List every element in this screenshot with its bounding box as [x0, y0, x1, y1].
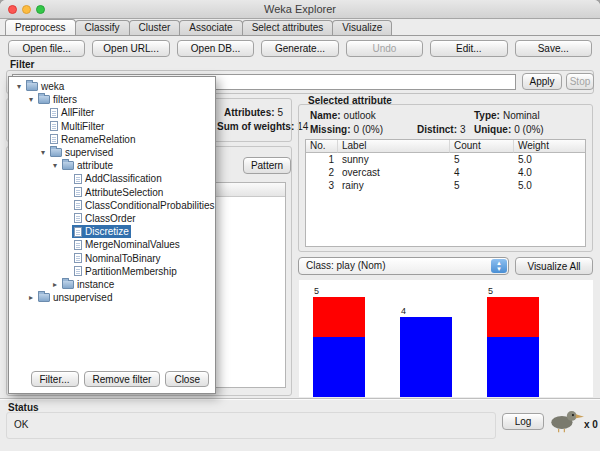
- table-cell-label: overcast: [338, 166, 450, 179]
- table-row: 2 overcast 4 4.0: [306, 166, 585, 179]
- class-distribution-chart: 545: [299, 280, 593, 397]
- expand-triangle-icon[interactable]: [26, 293, 36, 302]
- tree-item-label: NominalToBinary: [85, 253, 161, 264]
- collapse-triangle-icon[interactable]: [38, 148, 48, 157]
- bar-rainy: 5: [487, 297, 539, 397]
- tree-item-label: Discretize: [85, 226, 129, 237]
- table-cell-count: 4: [450, 166, 514, 179]
- tab-visualize[interactable]: Visualize: [332, 20, 392, 35]
- open-db-button[interactable]: Open DB...: [177, 40, 254, 57]
- table-cell-label: rainy: [338, 179, 450, 192]
- remove-filter-button[interactable]: Remove filter: [84, 371, 161, 387]
- zoom-window-button[interactable]: [36, 5, 45, 14]
- table-cell-no: 2: [306, 166, 338, 179]
- tree-item-label: instance: [77, 279, 114, 290]
- status-message: OK: [14, 419, 28, 430]
- tree-item-label: ClassOrder: [85, 213, 136, 224]
- tree-item-label: PartitionMembership: [85, 266, 177, 277]
- save-button[interactable]: Save...: [515, 40, 592, 57]
- tree-item-renamerelation[interactable]: RenameRelation: [11, 133, 213, 146]
- table-cell-weight: 5.0: [514, 179, 585, 192]
- tree-item-label: supervised: [65, 147, 113, 158]
- attribute-unique-value: 0 (0%): [514, 124, 543, 135]
- tree-item-filters[interactable]: filters: [11, 93, 213, 106]
- apply-filter-button[interactable]: Apply: [522, 73, 562, 90]
- tree-item-mergenominalvalues[interactable]: MergeNominalValues: [11, 238, 213, 251]
- tree-item-weka[interactable]: weka: [11, 80, 213, 93]
- tab-classify[interactable]: Classify: [75, 20, 130, 35]
- class-selector-dropdown[interactable]: Class: play (Nom): [298, 257, 509, 275]
- tab-preprocess[interactable]: Preprocess: [5, 19, 76, 35]
- tab-select-attributes[interactable]: Select attributes: [242, 20, 334, 35]
- stop-filter-button[interactable]: Stop: [566, 73, 594, 90]
- filter-dialog-button[interactable]: Filter...: [31, 371, 79, 387]
- tree-item-attributeselection[interactable]: AttributeSelection: [11, 186, 213, 199]
- tree-item-addclassification[interactable]: AddClassification: [11, 172, 213, 185]
- col-count-header: Count: [450, 140, 514, 153]
- document-icon: [74, 200, 82, 210]
- tree-item-multifilter[interactable]: MultiFilter: [11, 120, 213, 133]
- bar-count-label: 5: [314, 286, 319, 296]
- bar-segment-blue: [487, 337, 539, 397]
- undo-button[interactable]: Undo: [346, 40, 423, 57]
- tree-item-instance[interactable]: instance: [11, 278, 213, 291]
- folder-icon: [62, 280, 74, 289]
- tree-item-partitionmembership[interactable]: PartitionMembership: [11, 265, 213, 278]
- bar-overcast: 4: [400, 317, 452, 397]
- tree-item-nominaltobinary[interactable]: NominalToBinary: [11, 251, 213, 264]
- tree-item-label: attribute: [77, 160, 113, 171]
- close-window-button[interactable]: [8, 5, 17, 14]
- document-icon: [74, 227, 82, 237]
- generate-button[interactable]: Generate...: [261, 40, 338, 57]
- bar-segment-red: [313, 297, 365, 337]
- tree-item-classconditionalprobabilities[interactable]: ClassConditionalProbabilities: [11, 199, 213, 212]
- popup-footer: Filter... Remove filter Close: [9, 367, 215, 393]
- tree-item-unsupervised[interactable]: unsupervised: [11, 291, 213, 304]
- folder-icon: [50, 148, 62, 157]
- bar-segment-red: [487, 297, 539, 337]
- tree-item-allfilter[interactable]: AllFilter: [11, 106, 213, 119]
- minimize-window-button[interactable]: [22, 5, 31, 14]
- attribute-distinct-label: Distinct:: [417, 124, 457, 135]
- attribute-name: Name:outlook: [310, 110, 376, 121]
- collapse-triangle-icon[interactable]: [50, 161, 60, 170]
- pattern-button[interactable]: Pattern: [243, 157, 291, 174]
- expand-triangle-icon[interactable]: [50, 280, 60, 289]
- table-cell-label: sunny: [338, 153, 450, 166]
- open-file-button[interactable]: Open file...: [8, 40, 85, 57]
- main-tab-bar: Preprocess Classify Cluster Associate Se…: [0, 19, 600, 36]
- tree-item-label: RenameRelation: [61, 134, 136, 145]
- weka-explorer-window: Weka Explorer Preprocess Classify Cluste…: [0, 0, 600, 451]
- table-row: 3 rainy 5 5.0: [306, 179, 585, 192]
- tree-item-label: MultiFilter: [61, 121, 104, 132]
- table-cell-count: 5: [450, 153, 514, 166]
- visualize-all-button[interactable]: Visualize All: [515, 257, 593, 275]
- attribute-unique: Unique:0 (0%): [474, 124, 544, 135]
- bar-sunny: 5: [313, 297, 365, 397]
- tree-item-label: unsupervised: [53, 292, 112, 303]
- folder-icon: [38, 293, 50, 302]
- tree-item-discretize[interactable]: Discretize: [11, 225, 213, 238]
- attribute-type-value: Nominal: [503, 110, 540, 121]
- tree-item-attribute[interactable]: attribute: [11, 159, 213, 172]
- close-popup-button[interactable]: Close: [165, 371, 209, 387]
- title-bar: Weka Explorer: [0, 0, 600, 19]
- document-icon: [74, 213, 82, 223]
- edit-button[interactable]: Edit...: [430, 40, 507, 57]
- collapse-triangle-icon[interactable]: [14, 82, 24, 91]
- tree-item-label: AddClassification: [85, 173, 162, 184]
- document-icon: [50, 108, 58, 118]
- open-url-button[interactable]: Open URL...: [92, 40, 169, 57]
- log-counter: x 0: [584, 419, 598, 430]
- chevron-updown-icon[interactable]: [491, 259, 507, 273]
- tree-item-classorder[interactable]: ClassOrder: [11, 212, 213, 225]
- tab-associate[interactable]: Associate: [179, 20, 242, 35]
- attribute-type-label: Type:: [474, 110, 500, 121]
- folder-icon: [26, 82, 38, 91]
- tab-cluster[interactable]: Cluster: [129, 20, 181, 35]
- attribute-missing: Missing:0 (0%): [310, 124, 383, 135]
- tree-item-supervised[interactable]: supervised: [11, 146, 213, 159]
- log-button[interactable]: Log: [502, 413, 544, 430]
- attribute-name-label: Name:: [310, 110, 341, 121]
- collapse-triangle-icon[interactable]: [26, 95, 36, 104]
